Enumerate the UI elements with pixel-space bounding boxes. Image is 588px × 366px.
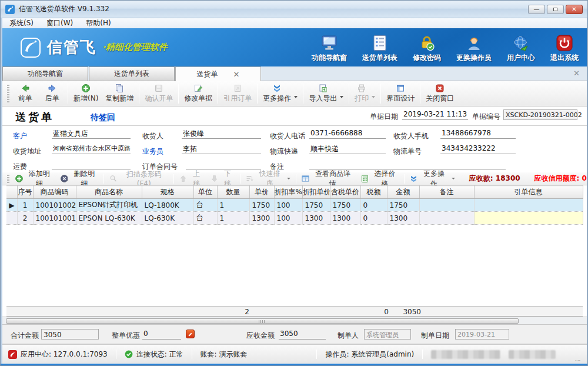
col-header[interactable]: 含税单价 [330, 186, 360, 199]
customer-field[interactable]: 蓝猫文具店 [52, 128, 131, 139]
tab-nav-window[interactable]: 功能导航窗 [2, 66, 88, 81]
menu-window[interactable]: 窗口(W) [46, 18, 73, 28]
customer-label[interactable]: 客户 [13, 131, 27, 141]
ref-doc-icon [233, 84, 242, 93]
close-button[interactable]: ✕ [566, 5, 583, 14]
menu-help[interactable]: 帮助(H) [86, 18, 111, 28]
delete-detail-button[interactable]: 删除明细 [57, 173, 102, 185]
menu-system[interactable]: 系统(S) [9, 18, 34, 28]
print-button[interactable]: 打印 [351, 82, 379, 105]
brand: 信管飞 ·精细化管理软件 [2, 28, 168, 66]
tab-delivery-list[interactable]: 送货单列表 [89, 66, 175, 81]
switch-operator-button[interactable]: 更换操作员 [456, 34, 492, 63]
lock-icon [418, 34, 436, 52]
minimize-button[interactable]: — [528, 5, 545, 14]
copy-new-button[interactable]: 复制新增 [102, 82, 137, 105]
address-field[interactable]: 河南省郑州市金水区中原路 [52, 144, 131, 154]
tab-close-icon[interactable]: ✕ [233, 71, 240, 78]
col-header[interactable]: 商品名称 [76, 186, 142, 199]
printer-icon [357, 84, 366, 93]
ui-design-button[interactable]: 界面设计 [383, 82, 418, 105]
tab-delivery-order[interactable]: 送货单 ✕ [175, 66, 261, 81]
select-price-button[interactable]: 选择价格 [358, 173, 403, 185]
operator-text: 操作员: 系统管理员(admin) [325, 350, 414, 360]
horizontal-scrollbar[interactable] [2, 317, 587, 325]
phone-field[interactable]: 0371-6666888 [309, 128, 386, 139]
save-icon [154, 84, 163, 93]
move-down-button[interactable]: 下移 [207, 173, 238, 185]
maximize-button[interactable] [547, 5, 564, 14]
address-label: 收货地址 [13, 147, 41, 157]
summary-tax: 0 [360, 308, 389, 316]
nav-window-button[interactable]: 功能导航窗 [312, 34, 347, 63]
ref-info-cell[interactable] [474, 212, 583, 225]
col-header[interactable]: 商品编码 [33, 186, 76, 199]
col-header[interactable]: 数量 [217, 186, 249, 199]
window-title: 信管飞送货单软件 V9.1.332 [19, 4, 109, 14]
col-header[interactable]: 金额 [387, 186, 419, 199]
calculator-icon [361, 175, 369, 182]
col-header[interactable]: 规格 [142, 186, 193, 199]
col-header[interactable]: 税额 [360, 186, 387, 199]
table-row[interactable]: 2 100101001 EPSON LQ-630K LQ-630K 台 1 13… [6, 212, 583, 225]
tabstrip-close-icon[interactable]: ✕ [573, 69, 587, 78]
mobile-field[interactable]: 13488667978 [440, 128, 516, 139]
resize-grip[interactable]: ⠠⠤ [573, 357, 581, 364]
globe-icon [512, 34, 530, 52]
app-center-text: 应用中心: 127.0.0.1:7093 [21, 350, 108, 360]
table-row[interactable]: ▶ 1 100101002 EPSON针式打印机 LQ-1800K 台 1 17… [6, 199, 583, 212]
tracking-field[interactable]: 343434233222 [440, 144, 516, 154]
express-field[interactable]: 顺丰快递 [309, 144, 386, 154]
summary-amount: 3050 [387, 308, 421, 316]
col-header[interactable]: 引单信息 [474, 186, 583, 199]
grid-header-row: 序号 商品编码 商品名称 规格 单位 数量 单价 折扣率% 折扣单价 含税单价 … [6, 186, 583, 199]
user-center-button[interactable]: 用户中心 [507, 34, 535, 63]
discount-edit-icon[interactable] [186, 330, 195, 338]
more-actions-button[interactable]: 更多操作 [259, 82, 301, 105]
monitor-icon [320, 34, 338, 52]
scrollbar-thumb[interactable] [6, 318, 519, 324]
contract-field[interactable] [186, 159, 261, 169]
more-detail-actions-button[interactable]: 更多操作 [406, 173, 459, 185]
col-header[interactable]: 序号 [17, 186, 33, 199]
totals-panel: 合计金额 3050 整单优惠 0 应收金额 3050 制单人 系统管理员 制单日… [2, 325, 587, 344]
add-detail-button[interactable]: 添加明细 [12, 173, 57, 185]
new-doc-button[interactable]: 新增(N) [70, 82, 102, 105]
col-header[interactable]: 单价 [249, 186, 274, 199]
remark-field[interactable] [309, 159, 506, 169]
salesman-field[interactable]: 李拓 [182, 144, 261, 154]
freight-field[interactable] [52, 159, 131, 169]
delete-circle-icon [61, 175, 68, 182]
import-export-button[interactable]: 导入导出 [305, 82, 347, 105]
confirm-open-button[interactable]: 确认开单 [141, 82, 176, 105]
quick-sort-button[interactable]: 快速排序 [242, 173, 295, 185]
document-form: 送货单 待签回 单据日期 2019-03-21 11:13 单据编号 XSCKD… [2, 107, 587, 172]
delivery-list-button[interactable]: 送货单列表 [362, 34, 397, 63]
view-product-detail-button[interactable]: 查看商品详情 [298, 173, 357, 185]
col-header[interactable]: 折扣率% [274, 186, 302, 199]
col-header[interactable]: 单位 [193, 186, 217, 199]
scan-barcode-button[interactable]: 扫描条形码(F4) [106, 173, 172, 185]
move-up-button[interactable]: 上移 [176, 173, 207, 185]
credit-limit: 应收信用额度: 0 [534, 174, 587, 184]
edit-icon [193, 84, 203, 93]
exit-system-button[interactable]: 退出系统 [550, 34, 579, 63]
window-bottom-edge [1, 364, 588, 366]
receivable-label: 应收金额 [246, 331, 275, 341]
close-window-button[interactable]: 关闭窗口 [422, 82, 457, 105]
grid-summary-row: 2 0 3050 [6, 306, 583, 317]
discount-field[interactable]: 0 [142, 329, 181, 340]
ref-order-button[interactable]: 引用订单 [220, 82, 255, 105]
edit-doc-button[interactable]: 修改单据 [181, 82, 216, 105]
salesman-label[interactable]: 业务员 [142, 147, 163, 157]
dropdown-caret-icon [372, 96, 375, 98]
next-doc-button[interactable]: 后单 [39, 82, 66, 105]
add-circle-icon [15, 175, 23, 182]
consignee-field[interactable]: 张俊峰 [182, 128, 261, 139]
col-header[interactable]: 备注 [419, 186, 474, 199]
doc-date-field[interactable]: 2019-03-21 11:13 [402, 109, 468, 120]
prev-doc-button[interactable]: 前单 [12, 82, 39, 105]
col-header[interactable]: 折扣单价 [302, 186, 330, 199]
change-password-button[interactable]: 修改密码 [413, 34, 441, 63]
power-icon [556, 34, 573, 52]
